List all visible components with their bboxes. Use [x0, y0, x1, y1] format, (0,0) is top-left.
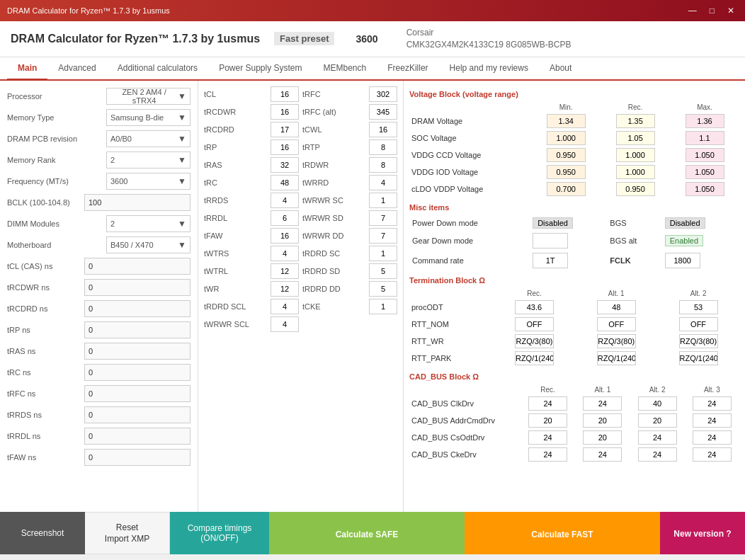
timing-input[interactable] [369, 157, 397, 173]
term-alt2-input[interactable] [679, 351, 718, 365]
memory-type-dropdown[interactable]: Samsung B-die ▼ [106, 109, 190, 126]
term-rec-input[interactable] [515, 300, 554, 314]
cad-alt1-input[interactable] [583, 430, 622, 445]
cad-rec-input[interactable] [528, 396, 567, 411]
term-alt2-input[interactable] [679, 334, 718, 348]
timing-input[interactable] [271, 299, 299, 314]
compare-timings-button[interactable]: Compare timings(ON/OFF) [170, 512, 269, 554]
cad-alt2-input[interactable] [638, 413, 677, 428]
voltage-max-input[interactable] [686, 148, 724, 162]
trrdl-ns-input[interactable] [84, 428, 190, 445]
timing-input[interactable] [369, 246, 397, 261]
cad-alt3-input[interactable] [693, 413, 732, 428]
reset-import-button[interactable]: Reset Import XMP [85, 512, 170, 554]
timing-input[interactable] [271, 175, 299, 190]
voltage-max-input[interactable] [686, 131, 724, 145]
voltage-rec-input[interactable] [616, 131, 655, 145]
cad-rec-input[interactable] [528, 447, 567, 462]
voltage-max-input[interactable] [686, 165, 724, 179]
trcdrd-ns-input[interactable] [84, 300, 190, 317]
bclk-input[interactable] [84, 194, 190, 211]
tcl-ns-input[interactable] [84, 258, 190, 275]
voltage-min-input[interactable] [547, 182, 586, 196]
trcdwr-ns-input[interactable] [84, 279, 190, 296]
cad-alt3-input[interactable] [693, 430, 732, 445]
timing-input[interactable] [369, 210, 397, 226]
timing-input[interactable] [271, 316, 299, 332]
term-alt1-input[interactable] [597, 300, 636, 314]
command-rate-input[interactable] [533, 253, 568, 268]
tfaw-ns-input[interactable] [84, 449, 190, 466]
timing-input[interactable] [369, 104, 397, 120]
cad-rec-input[interactable] [528, 413, 567, 428]
new-version-button[interactable]: New version ? [660, 512, 745, 554]
tab-about[interactable]: About [539, 57, 582, 81]
timing-input[interactable] [271, 157, 299, 173]
timing-input[interactable] [271, 263, 299, 279]
term-alt2-input[interactable] [679, 317, 718, 331]
dram-pcb-dropdown[interactable]: A0/B0 ▼ [106, 130, 190, 147]
term-alt1-input[interactable] [597, 334, 636, 348]
voltage-rec-input[interactable] [616, 114, 655, 128]
trp-ns-input[interactable] [84, 321, 190, 338]
timing-input[interactable] [271, 246, 299, 261]
timing-input[interactable] [369, 263, 397, 279]
voltage-rec-input[interactable] [616, 148, 655, 162]
voltage-min-input[interactable] [547, 148, 586, 162]
term-alt2-input[interactable] [679, 300, 718, 314]
calculate-safe-button[interactable]: Calculate SAFE [269, 512, 465, 554]
timing-input[interactable] [369, 86, 397, 102]
timing-input[interactable] [369, 175, 397, 190]
fclk-input[interactable] [665, 253, 700, 268]
voltage-max-input[interactable] [686, 182, 724, 196]
gear-down-input[interactable] [533, 233, 568, 248]
term-rec-input[interactable] [515, 351, 554, 365]
timing-input[interactable] [271, 228, 299, 244]
tras-ns-input[interactable] [84, 343, 190, 360]
timing-input[interactable] [271, 122, 299, 137]
screenshot-button[interactable]: Screenshot [0, 512, 85, 554]
tab-help-reviews[interactable]: Help and my reviews [439, 57, 539, 81]
voltage-min-input[interactable] [547, 131, 586, 145]
processor-dropdown[interactable]: ZEN 2 AM4 / sTRX4 ▼ [106, 88, 190, 105]
cad-alt2-input[interactable] [638, 396, 677, 411]
cad-rec-input[interactable] [528, 430, 567, 445]
term-alt1-input[interactable] [597, 351, 636, 365]
term-alt1-input[interactable] [597, 317, 636, 331]
timing-input[interactable] [369, 299, 397, 314]
term-rec-input[interactable] [515, 334, 554, 348]
trrds-ns-input[interactable] [84, 406, 190, 423]
cad-alt1-input[interactable] [583, 447, 622, 462]
cad-alt3-input[interactable] [693, 396, 732, 411]
term-rec-input[interactable] [515, 317, 554, 331]
timing-input[interactable] [271, 210, 299, 226]
timing-input[interactable] [271, 104, 299, 120]
motherboard-dropdown[interactable]: B450 / X470 ▼ [106, 236, 190, 253]
timing-input[interactable] [369, 193, 397, 208]
timing-input[interactable] [271, 86, 299, 102]
cad-alt2-input[interactable] [638, 447, 677, 462]
tab-freezkiller[interactable]: FreezKiller [377, 57, 438, 81]
memory-rank-dropdown[interactable]: 2 ▼ [106, 152, 190, 168]
calculate-fast-button[interactable]: Calculate FAST [465, 512, 660, 554]
voltage-min-input[interactable] [547, 114, 586, 128]
dimm-dropdown[interactable]: 2 ▼ [106, 215, 190, 232]
cad-alt1-input[interactable] [583, 396, 622, 411]
timing-input[interactable] [369, 228, 397, 244]
tab-main[interactable]: Main [7, 57, 47, 81]
timing-input[interactable] [271, 139, 299, 155]
trc-ns-input[interactable] [84, 364, 190, 381]
voltage-min-input[interactable] [547, 165, 586, 179]
timing-input[interactable] [369, 281, 397, 297]
maximize-button[interactable]: □ [706, 6, 718, 16]
tab-power-supply-system[interactable]: Power Supply System [208, 57, 312, 81]
tab-additional-calculators[interactable]: Additional calculators [107, 57, 208, 81]
timing-input[interactable] [369, 122, 397, 137]
close-button[interactable]: ✕ [724, 6, 738, 16]
cad-alt2-input[interactable] [638, 430, 677, 445]
voltage-max-input[interactable] [686, 114, 724, 128]
timing-input[interactable] [369, 139, 397, 155]
cad-alt3-input[interactable] [693, 447, 732, 462]
trfc-ns-input[interactable] [84, 385, 190, 402]
timing-input[interactable] [271, 193, 299, 208]
